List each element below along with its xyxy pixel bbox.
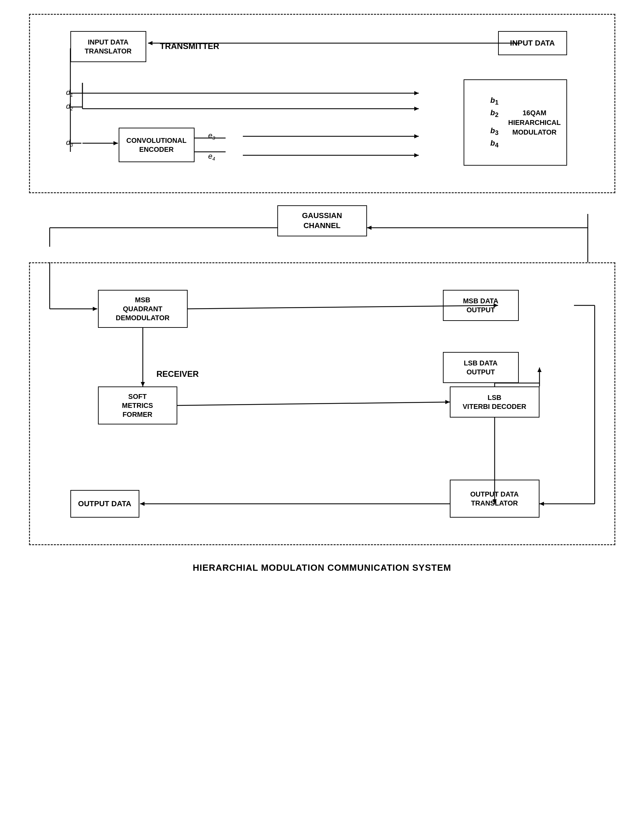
e3-label: e3: [209, 131, 215, 141]
output-data-block: OUTPUT DATA: [71, 490, 140, 517]
d1-label: d1: [66, 88, 73, 98]
diagram-container: INPUT DATA TRANSLATOR TRANSMITTER INPUT …: [29, 14, 615, 573]
bottom-label: HIERARCHIAL MODULATION COMMUNICATION SYS…: [193, 562, 451, 573]
soft-metrics-former-block: SOFT METRICS FORMER: [98, 387, 177, 424]
d3-label: d3: [66, 138, 73, 148]
full-diagram: INPUT DATA TRANSLATOR TRANSMITTER INPUT …: [29, 14, 615, 545]
output-data-translator-block: OUTPUT DATA TRANSLATOR: [450, 480, 540, 517]
msb-data-output-block: MSB DATA OUTPUT: [443, 290, 519, 321]
convolutional-encoder-block: CONVOLUTIONAL ENCODER: [119, 128, 195, 162]
input-data-translator-block: INPUT DATA TRANSLATOR: [71, 31, 146, 62]
msb-demodulator-block: MSB QUADRANT DEMODULATOR: [98, 290, 188, 328]
transmitter-label: TRANSMITTER: [160, 41, 219, 51]
receiver-label: RECEIVER: [156, 369, 199, 379]
e4-label: e4: [209, 152, 215, 161]
lsb-data-output-block: LSB DATA OUTPUT: [443, 352, 519, 383]
receiver-section: RECEIVER MSB QUADRANT DEMODULATOR MSB DA…: [29, 262, 615, 545]
gaussian-channel-section: GAUSSIAN CHANNEL: [29, 193, 615, 262]
svg-marker-23: [367, 226, 371, 230]
lsb-viterbi-decoder-block: LSB VITERBI DECODER: [450, 387, 540, 418]
transmitter-section: INPUT DATA TRANSLATOR TRANSMITTER INPUT …: [29, 14, 615, 193]
d2-label: d2: [66, 102, 73, 112]
input-data-block: INPUT DATA: [498, 31, 567, 55]
modulator-block: b1 b2 b3 b4 16QAM HIERARCHICAL MODULATOR: [464, 79, 567, 166]
gaussian-channel-block: GAUSSIAN CHANNEL: [278, 205, 367, 236]
